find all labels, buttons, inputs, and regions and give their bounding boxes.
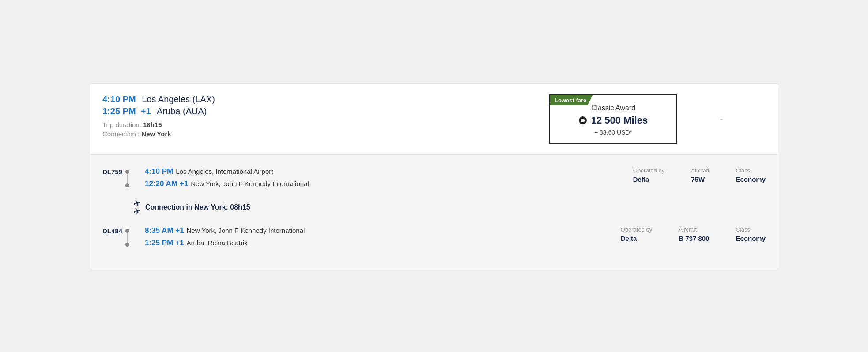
arr-time-dl484: 1:25 PM +1 [145, 239, 184, 247]
fare-radio-inner [581, 119, 585, 122]
flight-leg-dl759: DL759 4:10 PM Los Angeles, International… [102, 167, 766, 188]
fare-miles: 12 500 Miles [591, 115, 648, 126]
departure-row: 4:10 PM Los Angeles (LAX) [102, 94, 549, 105]
connection-text: Connection in New York: 08h15 [145, 203, 250, 211]
dep-time-row-dl759: 4:10 PM Los Angeles, International Airpo… [142, 167, 309, 176]
plane-icon: ✈ ✈ [133, 199, 141, 216]
operated-by-dl759: Operated by Delta [633, 167, 665, 183]
fare-dash: - [677, 94, 766, 144]
dot-line-dl759 [125, 170, 129, 187]
connection-row-summary: Connection : New York [102, 130, 549, 138]
arrival-time: 1:25 PM +1 [102, 106, 153, 116]
flight-card: 4:10 PM Los Angeles (LAX) 1:25 PM +1 Aru… [90, 83, 778, 269]
fare-boxes: Lowest fare Classic Award 12 500 Miles +… [549, 94, 766, 144]
dot-arr-dl484 [125, 243, 129, 247]
arrival-location: Aruba (AUA) [157, 106, 207, 116]
fare-radio-button[interactable] [579, 116, 587, 124]
class-dl484: Class Economy [736, 226, 766, 242]
class-dl759: Class Economy [736, 167, 766, 183]
fare-usd: + 33.60 USD* [594, 129, 632, 136]
operated-by-dl484: Operated by Delta [621, 226, 653, 242]
departure-time: 4:10 PM [102, 94, 136, 104]
dot-connector-dl759 [127, 174, 128, 183]
connection-info-row: ✈ ✈ Connection in New York: 08h15 [133, 199, 766, 216]
dot-line-dl484 [125, 229, 129, 247]
times-block: 4:10 PM Los Angeles (LAX) 1:25 PM +1 Aru… [102, 94, 549, 116]
aircraft-dl484: Aircraft B 737 800 [679, 226, 709, 242]
dep-time-dl759: 4:10 PM [145, 167, 173, 176]
fare-name: Classic Award [591, 104, 635, 112]
arr-time-row-dl484: 1:25 PM +1 Aruba, Reina Beatrix [142, 239, 305, 247]
dot-connector-dl484 [127, 233, 128, 243]
lowest-fare-badge: Lowest fare [550, 95, 593, 105]
flight-leg-dl484: DL484 8:35 AM +1 New York, John F Kenned… [102, 226, 766, 247]
detail-section: DL759 4:10 PM Los Angeles, International… [90, 155, 778, 269]
arr-time-dl759: 12:20 AM +1 [145, 180, 188, 188]
leg-meta-dl759: Operated by Delta Aircraft 75W Class Eco… [633, 167, 766, 183]
dep-time-row-dl484: 8:35 AM +1 New York, John F Kennedy Inte… [142, 226, 305, 235]
dep-airport-dl759: Los Angeles, International Airport [176, 168, 273, 175]
leg-meta-dl484: Operated by Delta Aircraft B 737 800 Cla… [621, 226, 766, 242]
classic-award-box[interactable]: Lowest fare Classic Award 12 500 Miles +… [549, 94, 677, 144]
dot-arr-dl759 [125, 183, 129, 187]
aircraft-dl759: Aircraft 75W [691, 167, 709, 183]
dot-dep-dl484 [125, 229, 129, 233]
dot-dep-dl759 [125, 170, 129, 174]
arr-time-row-dl759: 12:20 AM +1 New York, John F Kennedy Int… [142, 180, 309, 188]
flight-summary: 4:10 PM Los Angeles (LAX) 1:25 PM +1 Aru… [102, 94, 549, 144]
arr-airport-dl484: Aruba, Reina Beatrix [186, 239, 247, 247]
trip-duration-row: Trip duration: 18h15 [102, 121, 549, 128]
dep-airport-dl484: New York, John F Kennedy International [187, 227, 305, 234]
top-section: 4:10 PM Los Angeles (LAX) 1:25 PM +1 Aru… [90, 84, 778, 155]
arrival-row: 1:25 PM +1 Aruba (AUA) [102, 106, 549, 116]
arr-airport-dl759: New York, John F Kennedy International [191, 180, 309, 187]
dep-time-dl484: 8:35 AM +1 [145, 226, 184, 235]
fare-radio-row: 12 500 Miles [579, 115, 648, 126]
departure-location: Los Angeles (LAX) [142, 94, 215, 104]
